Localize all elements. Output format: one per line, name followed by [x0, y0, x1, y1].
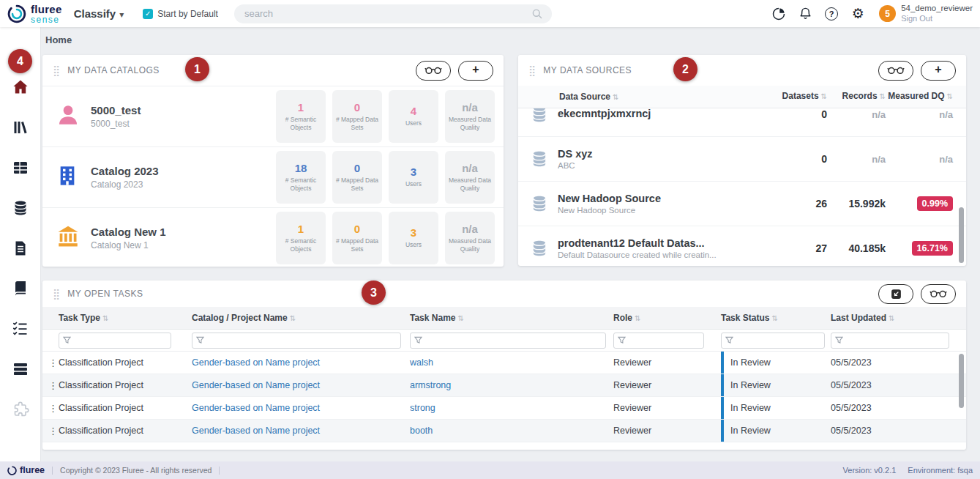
- scrollbar-thumb[interactable]: [959, 207, 964, 263]
- source-name: prodtenant12 Default Datas...: [558, 237, 717, 249]
- task-row[interactable]: Classification Project Gender-based on N…: [42, 374, 966, 397]
- usage-chart-icon[interactable]: [771, 6, 787, 22]
- filter-task-status[interactable]: [721, 333, 825, 349]
- breadcrumb[interactable]: Home: [45, 34, 72, 45]
- sort-icon: [288, 313, 296, 323]
- column-header-task-status[interactable]: Task Status: [721, 313, 831, 323]
- catalog-list-item[interactable]: Catalog 2023 Catalog 2023 18 # Semantic …: [42, 146, 504, 207]
- task-name-link[interactable]: armstrong: [410, 380, 613, 390]
- row-menu-icon[interactable]: [48, 380, 58, 391]
- filter-input[interactable]: [722, 333, 824, 349]
- column-header-task-type[interactable]: Task Type: [59, 313, 192, 323]
- status-accent-bar: [721, 352, 724, 374]
- column-header-role[interactable]: Role: [613, 313, 721, 323]
- scrollbar-thumb[interactable]: [959, 354, 964, 408]
- search-input[interactable]: [243, 7, 531, 20]
- data-source-row[interactable]: prodtenant12 Default Datas... Default Da…: [518, 226, 966, 267]
- drag-handle-icon[interactable]: [528, 64, 536, 77]
- sidebar-item-glossary[interactable]: [12, 280, 29, 297]
- task-last-updated: 05/5/2023: [831, 357, 966, 368]
- sidebar-item-integrations[interactable]: [12, 401, 29, 418]
- column-header-task-name[interactable]: Task Name: [410, 313, 613, 323]
- row-menu-icon[interactable]: [48, 357, 58, 368]
- copyright-text: Copyright © 2023 Fluree - All rights res…: [60, 466, 212, 475]
- app-window: fluree sense Classify Start by Default: [0, 0, 980, 479]
- user-avatar[interactable]: 5: [879, 5, 896, 22]
- drag-handle-icon[interactable]: [53, 287, 60, 300]
- export-tasks-button[interactable]: [878, 284, 913, 304]
- start-by-default-checkbox[interactable]: Start by Default: [143, 9, 218, 19]
- project-link[interactable]: Gender-based on Name project: [192, 426, 410, 436]
- sort-icon: [455, 313, 463, 323]
- source-datasets: 0: [776, 108, 827, 120]
- column-header-datasets[interactable]: Datasets: [776, 92, 827, 102]
- task-name-link[interactable]: strong: [410, 403, 613, 413]
- status-accent-bar: [721, 420, 724, 442]
- notifications-bell-icon[interactable]: [797, 6, 813, 22]
- data-source-row[interactable]: New Hadoop Source New Hadoop Source 26 1…: [518, 182, 966, 226]
- project-link[interactable]: Gender-based on Name project: [192, 380, 410, 390]
- catalog-name: Catalog New 1: [91, 226, 276, 238]
- task-name-link[interactable]: walsh: [410, 357, 613, 368]
- filter-task-type[interactable]: [59, 333, 171, 349]
- filter-input[interactable]: [831, 333, 949, 349]
- row-menu-icon[interactable]: [48, 426, 58, 437]
- column-header-project[interactable]: Catalog / Project Name: [192, 313, 410, 323]
- environment-text: Environment: fsqa: [908, 466, 973, 475]
- filter-last-updated[interactable]: [831, 333, 949, 349]
- catalog-subtitle: Catalog 2023: [91, 179, 276, 190]
- filter-project[interactable]: [192, 333, 401, 349]
- view-sources-button[interactable]: [878, 61, 913, 81]
- filter-input[interactable]: [614, 333, 703, 349]
- sidebar-item-tasks[interactable]: [12, 320, 29, 338]
- data-source-row[interactable]: ekecmntpjxmxrncj 0 n/a n/a: [518, 108, 966, 137]
- catalog-list-item[interactable]: Catalog New 1 Catalog New 1 1 # Semantic…: [42, 207, 504, 268]
- sidebar-item-pipelines[interactable]: [12, 360, 29, 378]
- sidebar-item-documents[interactable]: [12, 240, 29, 257]
- view-catalogs-button[interactable]: [416, 61, 451, 81]
- sort-icon: [819, 91, 827, 101]
- catalog-list-item[interactable]: 5000_test 5000_test 1 # Semantic Objects…: [42, 86, 504, 146]
- task-row[interactable]: Classification Project Gender-based on N…: [42, 352, 966, 374]
- sidebar-item-tables[interactable]: [12, 159, 29, 177]
- dq-badge: 0.99%: [917, 196, 953, 211]
- column-header-data-source[interactable]: Data Source: [530, 92, 776, 102]
- fluree-logo[interactable]: fluree sense: [7, 4, 62, 24]
- task-status: In Review: [721, 374, 831, 396]
- task-row[interactable]: Classification Project Gender-based on N…: [42, 420, 966, 442]
- add-catalog-button[interactable]: [458, 61, 493, 81]
- sidebar-item-catalogs[interactable]: [12, 119, 29, 136]
- filter-input[interactable]: [59, 333, 171, 349]
- add-source-button[interactable]: [921, 61, 956, 81]
- sidebar-item-home[interactable]: [12, 78, 29, 96]
- filter-input[interactable]: [192, 333, 400, 349]
- task-status: In Review: [721, 420, 831, 442]
- project-link[interactable]: Gender-based on Name project: [192, 357, 410, 368]
- catalog-name: Catalog 2023: [91, 165, 276, 177]
- column-header-measured-dq[interactable]: Measured DQ: [886, 92, 953, 102]
- data-source-row[interactable]: DS xyz ABC 0 n/a n/a: [518, 137, 966, 182]
- classify-menu[interactable]: Classify: [74, 7, 124, 21]
- panel-title: MY DATA CATALOGS: [67, 65, 160, 75]
- filter-role[interactable]: [613, 333, 704, 349]
- drag-handle-icon[interactable]: [53, 64, 60, 77]
- view-tasks-button[interactable]: [921, 284, 956, 304]
- filter-input[interactable]: [411, 333, 605, 349]
- my-data-sources-panel: MY DATA SOURCES Data Source Datas: [518, 55, 966, 266]
- settings-gear-icon[interactable]: ⚙: [850, 6, 866, 22]
- filter-task-name[interactable]: [410, 333, 606, 349]
- catalog-subtitle: Catalog New 1: [91, 240, 276, 250]
- project-link[interactable]: Gender-based on Name project: [192, 403, 410, 413]
- task-row[interactable]: Classification Project Gender-based on N…: [42, 397, 966, 420]
- column-header-records[interactable]: Records: [827, 92, 886, 102]
- column-header-last-updated[interactable]: Last Updated: [831, 313, 966, 323]
- row-menu-icon[interactable]: [48, 403, 58, 414]
- glasses-icon: [929, 289, 947, 298]
- search-bar[interactable]: [234, 4, 552, 23]
- task-name-link[interactable]: booth: [410, 426, 613, 436]
- sign-out-link[interactable]: Sign Out: [901, 14, 973, 23]
- sidebar-item-data-sources[interactable]: [12, 199, 29, 217]
- help-icon[interactable]: ?: [823, 6, 839, 22]
- source-subtitle: ABC: [558, 161, 593, 170]
- checkbox-checked-icon[interactable]: [143, 9, 153, 19]
